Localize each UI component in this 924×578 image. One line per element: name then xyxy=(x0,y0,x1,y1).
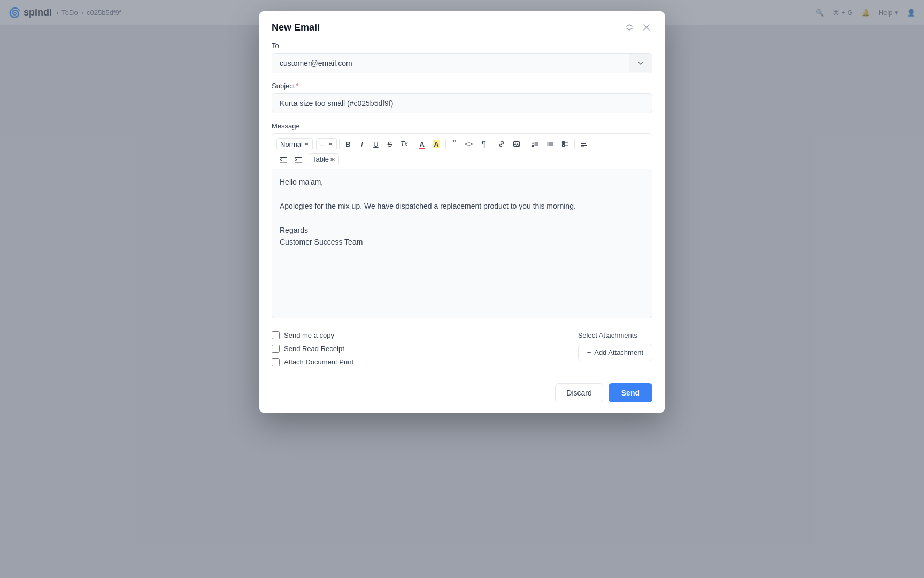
modal-header-icons xyxy=(623,21,652,33)
svg-rect-0 xyxy=(514,142,520,147)
modal-overlay: New Email To xyxy=(0,0,924,578)
table-select[interactable]: Table xyxy=(309,153,339,165)
attach-doc-print-checkbox[interactable] xyxy=(272,358,280,366)
attach-doc-print-label: Attach Document Print xyxy=(284,358,353,366)
svg-point-1 xyxy=(515,143,516,144)
format-label: Normal xyxy=(280,140,303,148)
send-copy-label: Send me a copy xyxy=(284,331,334,339)
indent-decrease-button[interactable] xyxy=(276,154,290,165)
toolbar-divider-5 xyxy=(526,139,526,149)
required-indicator: * xyxy=(296,82,298,90)
message-toolbar: Normal --- xyxy=(272,133,652,169)
to-field-group: To xyxy=(272,42,652,73)
italic-button[interactable]: I xyxy=(356,138,368,150)
close-button[interactable] xyxy=(641,21,652,33)
send-button[interactable]: Send xyxy=(609,383,652,402)
toolbar-divider-1 xyxy=(339,139,340,149)
toolbar-row-1: Normal --- xyxy=(276,137,648,151)
to-field-row xyxy=(272,53,652,73)
to-input[interactable] xyxy=(272,54,629,73)
svg-point-4 xyxy=(548,145,549,146)
modal-title: New Email xyxy=(272,22,320,33)
checkboxes-group: Send me a copy Send Read Receipt Attach … xyxy=(272,331,353,366)
code-button[interactable]: <> xyxy=(462,138,476,150)
highlight-button[interactable]: A xyxy=(429,138,443,150)
send-copy-checkbox-label[interactable]: Send me a copy xyxy=(272,331,353,339)
send-read-receipt-checkbox[interactable] xyxy=(272,345,280,353)
subject-input[interactable] xyxy=(272,93,652,113)
separator-label: --- xyxy=(320,140,327,148)
font-color-button[interactable]: A xyxy=(415,138,428,150)
task-list-button[interactable] xyxy=(558,138,572,150)
to-label: To xyxy=(272,42,652,50)
discard-button[interactable]: Discard xyxy=(555,383,603,402)
message-label: Message xyxy=(272,122,652,130)
minimize-button[interactable] xyxy=(623,21,635,33)
modal-footer: Discard Send xyxy=(259,377,665,413)
table-label: Table xyxy=(312,155,329,163)
toolbar-row-2: Table xyxy=(276,153,648,165)
message-field-group: Message Normal xyxy=(272,122,652,318)
paragraph-button[interactable]: ¶ xyxy=(477,138,490,150)
blockquote-button[interactable]: " xyxy=(448,137,461,151)
subject-field-group: Subject* xyxy=(272,82,652,113)
unordered-list-button[interactable] xyxy=(543,138,557,150)
align-button[interactable] xyxy=(577,138,591,150)
clear-format-button[interactable]: Tx xyxy=(397,138,411,150)
indent-increase-button[interactable] xyxy=(291,154,305,165)
attachments-section: Select Attachments + Add Attachment xyxy=(578,331,652,361)
ordered-list-button[interactable] xyxy=(528,138,542,150)
add-attachment-button[interactable]: + Add Attachment xyxy=(578,344,652,361)
svg-point-3 xyxy=(548,143,549,144)
toolbar-divider-6 xyxy=(574,139,575,149)
new-email-modal: New Email To xyxy=(259,11,665,413)
svg-point-2 xyxy=(548,142,549,143)
message-textarea[interactable]: Hello ma'am, Apologies for the mix up. W… xyxy=(272,169,652,318)
send-read-receipt-checkbox-label[interactable]: Send Read Receipt xyxy=(272,345,353,353)
link-button[interactable] xyxy=(495,138,509,150)
send-copy-checkbox[interactable] xyxy=(272,331,280,339)
format-select[interactable]: Normal xyxy=(276,138,313,150)
toolbar-divider-2 xyxy=(413,139,413,149)
toolbar-divider-4 xyxy=(492,139,492,149)
svg-rect-6 xyxy=(563,144,565,147)
toolbar-divider-3 xyxy=(445,139,446,149)
modal-body: To Subject* Message xyxy=(259,42,665,377)
send-read-receipt-label: Send Read Receipt xyxy=(284,345,344,353)
bold-button[interactable]: B xyxy=(342,138,355,150)
add-attachment-icon: + xyxy=(587,348,591,356)
strikethrough-button[interactable]: S xyxy=(383,138,396,150)
add-attachment-label: Add Attachment xyxy=(594,348,643,356)
modal-header: New Email xyxy=(259,11,665,42)
subject-label: Subject* xyxy=(272,82,652,90)
attach-doc-print-checkbox-label[interactable]: Attach Document Print xyxy=(272,358,353,366)
image-button[interactable] xyxy=(510,138,523,150)
options-row: Send me a copy Send Read Receipt Attach … xyxy=(272,327,652,368)
message-editor-wrapper: Normal --- xyxy=(272,133,652,318)
separator-select[interactable]: --- xyxy=(316,138,337,150)
underline-button[interactable]: U xyxy=(369,138,382,150)
attachments-label: Select Attachments xyxy=(578,331,637,339)
to-dropdown-button[interactable] xyxy=(629,54,652,72)
